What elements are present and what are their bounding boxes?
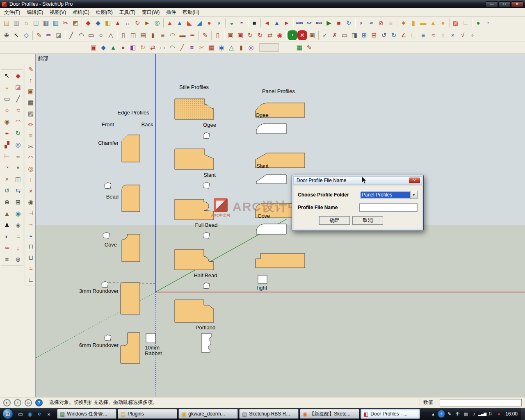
- measurements-input[interactable]: [440, 399, 522, 406]
- cone-red-icon[interactable]: ▲: [165, 18, 175, 28]
- two-point-icon[interactable]: ◈: [13, 219, 23, 231]
- navigate-icon[interactable]: ⊕: [2, 30, 11, 40]
- stile-portland-shape[interactable]: [175, 300, 214, 322]
- bracket-b-icon[interactable]: ⊣: [25, 208, 36, 218]
- orbit-icon[interactable]: ↺: [2, 185, 12, 196]
- cone-blue-icon[interactable]: ▲: [175, 18, 185, 28]
- window-icon[interactable]: ◫: [128, 30, 138, 40]
- door-red-icon[interactable]: ▯: [213, 30, 223, 40]
- rotate-side-icon[interactable]: ↻: [13, 128, 23, 139]
- wall-icon[interactable]: ▤: [138, 30, 148, 40]
- p-tool-icon[interactable]: p: [356, 18, 366, 28]
- circle-icon[interactable]: ○: [96, 30, 106, 40]
- menu-file[interactable]: 文件(F): [1, 8, 23, 17]
- script-15-icon[interactable]: √: [458, 30, 468, 40]
- taskbar-clock[interactable]: 16:00: [504, 411, 521, 417]
- drawing-canvas[interactable]: 前部 Edge Profiles Front Back Chamfer Bead…: [35, 54, 525, 397]
- arrow-up-b-icon[interactable]: ↑: [25, 75, 36, 85]
- plugin-4-icon[interactable]: ●: [118, 43, 128, 52]
- zoom-icon[interactable]: ⊕: [2, 196, 12, 208]
- corner-tool-icon[interactable]: ∟: [461, 18, 470, 28]
- chamfer-profile-shape[interactable]: [122, 135, 140, 162]
- panel-tight-sample-shape[interactable]: [258, 275, 267, 283]
- nav-back-icon[interactable]: ◄: [262, 18, 272, 28]
- add-column-icon[interactable]: ▦: [294, 43, 304, 52]
- chevron-down-icon[interactable]: ▼: [410, 191, 417, 199]
- bead-flag-shape[interactable]: [105, 183, 111, 189]
- arc-icon[interactable]: ◠: [76, 30, 86, 40]
- knife-b-icon[interactable]: ✂: [25, 141, 36, 152]
- play-icon[interactable]: ▶: [324, 18, 334, 28]
- stile-slant-shape[interactable]: [175, 149, 214, 169]
- arc-side-icon[interactable]: ◠: [13, 116, 23, 127]
- start-button[interactable]: ⊞: [2, 409, 13, 419]
- panel-ogee-sample-shape[interactable]: [256, 123, 286, 134]
- cancel-button[interactable]: 取消: [352, 216, 383, 225]
- media-player-icon[interactable]: ◉: [26, 409, 34, 418]
- panel-tight-shape[interactable]: [256, 253, 305, 268]
- crate-b-icon[interactable]: ▣: [235, 30, 245, 40]
- script-11-icon[interactable]: ≡: [418, 30, 428, 40]
- offset-icon[interactable]: ◎: [152, 18, 162, 28]
- nav-up-icon[interactable]: ▲: [272, 18, 282, 28]
- menu-help[interactable]: 帮助(H): [179, 8, 203, 17]
- pencil-red-icon[interactable]: ✎: [34, 30, 44, 40]
- help-top-icon[interactable]: ?: [483, 18, 493, 28]
- clamp-b-icon[interactable]: ⊓: [25, 241, 36, 251]
- plugin-7-icon[interactable]: ⇄: [148, 43, 158, 52]
- skin-icon[interactable]: Skin: [294, 18, 304, 28]
- plugin-2-icon[interactable]: ◆: [98, 43, 108, 52]
- cove-flag-shape[interactable]: [103, 232, 110, 238]
- su-plugin-icon[interactable]: SU: [2, 242, 12, 253]
- zoom-window-icon[interactable]: ⊞: [13, 196, 23, 208]
- sphere-blue-icon[interactable]: ◗: [214, 18, 224, 28]
- match-photo-icon[interactable]: ◫: [31, 18, 41, 28]
- select-icon[interactable]: ↖: [2, 70, 12, 81]
- pill-yellow-icon[interactable]: ▬: [418, 18, 428, 28]
- corner-b-icon[interactable]: ¬: [25, 219, 36, 229]
- dialog-title-bar[interactable]: Door Profile File Name ✕: [293, 176, 422, 185]
- portland-sample-shape[interactable]: [201, 333, 211, 352]
- plugin-1-icon[interactable]: ▣: [89, 43, 98, 52]
- tape-measure-icon[interactable]: ⊢: [2, 151, 12, 162]
- push-pull-icon[interactable]: ▲: [113, 18, 123, 28]
- profile-file-name-input[interactable]: [359, 203, 418, 212]
- cube-b-icon[interactable]: ▣: [25, 86, 36, 96]
- help-icon[interactable]: ?: [35, 399, 43, 406]
- script-3-icon[interactable]: ▭: [340, 30, 349, 40]
- door-icon[interactable]: ▯: [119, 30, 128, 40]
- tray-help-icon[interactable]: ?: [438, 410, 445, 418]
- roundover-6mm-shape[interactable]: [121, 333, 140, 363]
- chevron-more-icon[interactable]: »: [45, 409, 53, 418]
- slab-icon[interactable]: ▬: [178, 30, 187, 40]
- roundover-6mm-flag-shape[interactable]: [105, 335, 111, 341]
- line-side-icon[interactable]: ╱: [13, 93, 23, 104]
- wedge-blue-icon[interactable]: ◢: [194, 18, 204, 28]
- crate-c-icon[interactable]: ▣: [307, 30, 317, 40]
- line-icon[interactable]: ╱: [66, 30, 76, 40]
- plugin-16-icon[interactable]: ▮: [236, 43, 246, 52]
- show-desktop-ql-icon[interactable]: ▭: [16, 409, 25, 418]
- script-2-icon[interactable]: ✗: [330, 30, 340, 40]
- list-icon[interactable]: ≡: [386, 18, 396, 28]
- roundover-3mm-flag-shape[interactable]: [102, 281, 108, 288]
- plugin-14-icon[interactable]: ◉: [217, 43, 226, 52]
- pipe-b-icon[interactable]: ◎: [25, 163, 36, 174]
- tray-ime-icon[interactable]: 中: [454, 410, 461, 418]
- tray-display-icon[interactable]: ▦: [463, 410, 469, 418]
- edit-column-icon[interactable]: ✎: [304, 43, 314, 52]
- beam-icon[interactable]: ━: [187, 30, 197, 40]
- plugin-10-icon[interactable]: ╱: [177, 43, 187, 52]
- cove-profile-shape[interactable]: [122, 234, 140, 262]
- script-9-icon[interactable]: ∠: [399, 30, 409, 40]
- stairs-icon[interactable]: ≡: [158, 30, 168, 40]
- roof-icon[interactable]: ◠: [168, 30, 178, 40]
- info-green-icon[interactable]: i: [288, 30, 297, 40]
- tray-volume-icon[interactable]: ♪: [471, 410, 477, 418]
- annotate-icon[interactable]: ✎: [200, 30, 210, 40]
- menu-edit[interactable]: 编辑(E): [23, 8, 46, 17]
- rectangle-side-icon[interactable]: ▭: [2, 93, 12, 104]
- channel-b-icon[interactable]: ⊔: [25, 252, 36, 262]
- stile-ogee-flag-shape[interactable]: [203, 132, 210, 139]
- taskbar-button-door-profiles[interactable]: ◧Door Profiles - ...: [361, 409, 420, 419]
